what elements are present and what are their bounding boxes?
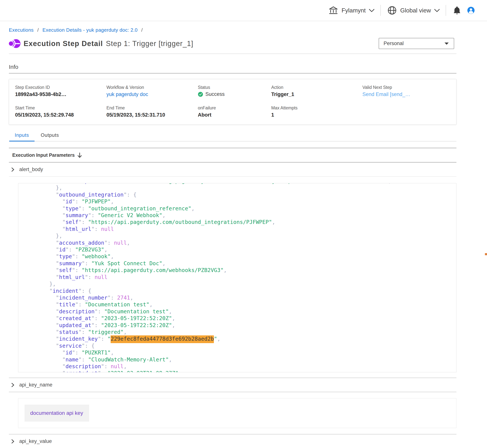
info-field: onFailureAbort bbox=[198, 105, 271, 118]
param-label: api_key_name bbox=[19, 382, 52, 388]
info-field-link[interactable]: yuk pagerduty doc bbox=[106, 91, 148, 97]
caret-down-icon bbox=[444, 42, 449, 45]
topbar-divider bbox=[380, 5, 381, 16]
view-label: Global view bbox=[400, 7, 431, 14]
main-content: Executions / Execution Details - yuk pag… bbox=[0, 21, 487, 448]
info-field: Start Time05/19/2023, 15:52:29.748 bbox=[15, 105, 106, 118]
info-field: ActionTrigger_1 bbox=[271, 85, 362, 97]
alert-body-json-viewer[interactable]: "description": "Webhook delivering pager… bbox=[18, 183, 456, 372]
arrow-down-icon[interactable] bbox=[77, 152, 82, 158]
scrollbar-match-marker bbox=[485, 253, 487, 255]
info-field-value: Trigger_1 bbox=[271, 91, 362, 97]
param-label: alert_body bbox=[19, 167, 43, 172]
param-row-api-key-value[interactable]: api_key_value bbox=[9, 434, 456, 448]
bank-icon bbox=[328, 5, 338, 16]
breadcrumb-separator: / bbox=[37, 27, 39, 33]
breadcrumb-execution-details[interactable]: Execution Details - yuk pagerduty doc: 2… bbox=[42, 27, 138, 33]
info-field-value: Abort bbox=[198, 112, 271, 118]
info-field: Workflow & Versionyuk pagerduty doc bbox=[106, 85, 198, 97]
account-menu[interactable]: Fylamynt bbox=[328, 5, 375, 16]
info-field-label: Max Attempts bbox=[271, 105, 362, 111]
param-label: api_key_value bbox=[19, 438, 52, 444]
info-field: Valid Next StepSend Email [send_… bbox=[362, 85, 456, 97]
breadcrumb-separator: / bbox=[141, 27, 143, 33]
info-field-value: 05/19/2023, 15:52:29.748 bbox=[15, 112, 106, 118]
tabs: InputsOutputs bbox=[9, 132, 456, 142]
section-header: Execution Input Parameters bbox=[9, 148, 456, 163]
param-row-alert-body[interactable]: alert_body bbox=[9, 163, 456, 176]
section-title: Execution Input Parameters bbox=[12, 152, 75, 158]
param-row-api-key-name[interactable]: api_key_name bbox=[9, 378, 456, 392]
row-divider bbox=[9, 392, 456, 392]
success-check-icon bbox=[198, 92, 203, 97]
status-text: Success bbox=[205, 91, 225, 97]
info-panel: Step Execution ID18992a43-9538-4b2…Workf… bbox=[9, 79, 456, 125]
api-key-name-chip: documentation api key bbox=[24, 405, 89, 422]
info-field-label: Start Time bbox=[15, 105, 106, 111]
info-field: Step Execution ID18992a43-9538-4b2… bbox=[15, 85, 106, 97]
chevron-right-icon bbox=[11, 439, 15, 444]
chevron-right-icon bbox=[11, 383, 15, 387]
chevron-down-icon bbox=[368, 7, 375, 14]
info-field-value: 05/19/2023, 15:52:31.710 bbox=[106, 112, 198, 118]
page-title: Execution Step Detail bbox=[24, 40, 103, 48]
breadcrumb: Executions / Execution Details - yuk pag… bbox=[9, 21, 456, 32]
api-key-name-value: documentation api key bbox=[30, 410, 83, 416]
info-field-label: Action bbox=[271, 85, 362, 90]
top-bar: Fylamynt Global view bbox=[0, 0, 487, 21]
api-key-name-panel: documentation api key bbox=[18, 398, 456, 428]
page-subtitle: Step 1: Trigger [trigger_1] bbox=[106, 40, 193, 48]
info-field-label: onFailure bbox=[198, 105, 271, 111]
topbar-divider bbox=[446, 5, 446, 16]
info-field: StatusSuccess bbox=[198, 85, 271, 97]
chevron-right-icon bbox=[11, 167, 15, 172]
info-field-label: End Time bbox=[106, 105, 198, 111]
info-field-label: Step Execution ID bbox=[15, 85, 106, 90]
info-heading: Info bbox=[9, 64, 456, 70]
workflow-step-icon bbox=[9, 39, 21, 49]
user-avatar[interactable] bbox=[467, 7, 475, 14]
info-field-value: 1 bbox=[271, 112, 362, 118]
info-field-label: Status bbox=[198, 85, 271, 90]
status-badge: Success bbox=[198, 91, 271, 97]
info-divider bbox=[9, 73, 456, 73]
tab-inputs[interactable]: Inputs bbox=[9, 132, 34, 141]
info-field-label: Valid Next Step bbox=[362, 85, 456, 90]
account-label: Fylamynt bbox=[341, 7, 366, 14]
info-field: Max Attempts1 bbox=[271, 105, 362, 118]
scope-select[interactable]: Personal bbox=[379, 38, 454, 49]
globe-icon bbox=[387, 5, 397, 16]
info-field-value: 18992a43-9538-4b2… bbox=[15, 91, 106, 97]
notifications-bell-icon[interactable] bbox=[452, 6, 462, 15]
json-code: "description": "Webhook delivering pager… bbox=[18, 183, 456, 372]
info-field: End Time05/19/2023, 15:52:31.710 bbox=[106, 105, 198, 118]
info-field-label: Workflow & Version bbox=[106, 85, 198, 90]
title-divider bbox=[9, 54, 456, 54]
chevron-down-icon bbox=[433, 7, 441, 14]
view-menu[interactable]: Global view bbox=[387, 5, 441, 16]
info-field-link[interactable]: Send Email [send_… bbox=[362, 91, 410, 97]
scope-select-value: Personal bbox=[383, 40, 404, 46]
tab-outputs[interactable]: Outputs bbox=[35, 132, 65, 141]
breadcrumb-executions[interactable]: Executions bbox=[9, 27, 34, 33]
title-row: Execution Step Detail Step 1: Trigger [t… bbox=[9, 38, 456, 49]
